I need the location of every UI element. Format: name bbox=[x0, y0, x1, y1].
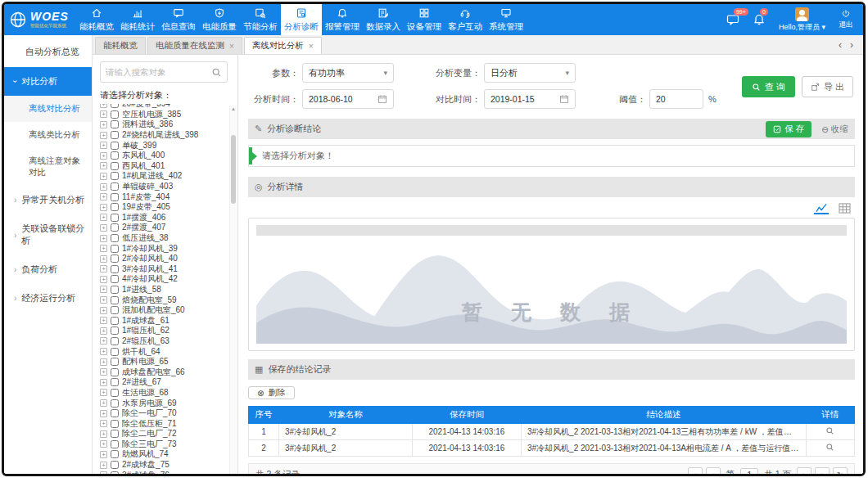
nav-energy-saving-analysis[interactable]: 节能分析 bbox=[240, 4, 281, 35]
sidebar-item-economic-operation-analysis[interactable]: › 经济运行分析 bbox=[4, 284, 92, 313]
expand-icon[interactable]: + bbox=[100, 358, 107, 366]
next-page-button[interactable]: › bbox=[797, 467, 811, 476]
expand-icon[interactable]: + bbox=[100, 317, 107, 324]
save-button[interactable]: 保 存 bbox=[766, 121, 811, 137]
tree-item[interactable]: + 3#冷却风机_41 bbox=[100, 264, 228, 275]
sidebar-item-offline-analogy-analysis[interactable]: 离线类比分析 bbox=[4, 122, 92, 148]
tree-item[interactable]: + 除尘三电厂_73 bbox=[100, 439, 228, 450]
tree-item-checkbox[interactable] bbox=[111, 151, 119, 160]
collapse-button[interactable]: ⊖ 收缩 bbox=[821, 124, 848, 135]
page-input[interactable] bbox=[740, 468, 758, 477]
expand-icon[interactable]: + bbox=[100, 276, 107, 283]
tree-item[interactable]: + 1#冷却风机_39 bbox=[100, 243, 228, 254]
tree-item-checkbox[interactable] bbox=[111, 440, 119, 448]
tree-item-checkbox[interactable] bbox=[111, 286, 119, 294]
scrollbar-thumb[interactable] bbox=[231, 135, 236, 204]
tree-scrollbar[interactable]: ▲ bbox=[229, 106, 237, 475]
tree-item-checkbox[interactable] bbox=[111, 399, 119, 408]
messages-button[interactable]: 99+ bbox=[726, 13, 739, 26]
tree-item-checkbox[interactable] bbox=[111, 337, 119, 345]
notifications-button[interactable]: 0 bbox=[753, 13, 766, 26]
export-button[interactable]: 导 出 bbox=[802, 76, 853, 97]
tree-item[interactable]: + 除尘低压柜_71 bbox=[100, 418, 228, 429]
tree-item[interactable]: + 除尘一电厂_70 bbox=[100, 408, 228, 419]
tree-item-checkbox[interactable] bbox=[111, 409, 119, 417]
tree-item[interactable]: + 2#进线_67 bbox=[100, 377, 228, 388]
expand-icon[interactable]: + bbox=[100, 327, 107, 335]
tree-item[interactable]: + 1#进线_58 bbox=[100, 285, 228, 295]
expand-icon[interactable]: + bbox=[100, 162, 107, 169]
expand-icon[interactable]: + bbox=[100, 307, 107, 314]
search-icon[interactable] bbox=[211, 67, 222, 78]
tree-item[interactable]: + 空压机电源_385 bbox=[100, 110, 228, 120]
expand-icon[interactable]: + bbox=[100, 132, 107, 139]
tree-item[interactable]: + 混加机配电室_60 bbox=[100, 305, 228, 316]
tree-item-checkbox[interactable] bbox=[111, 214, 119, 222]
tree-item-checkbox[interactable] bbox=[111, 131, 119, 139]
nav-energy-statistics[interactable]: 能耗统计 bbox=[117, 4, 158, 35]
compare-date-picker[interactable] bbox=[484, 89, 576, 109]
tree-item-checkbox[interactable] bbox=[111, 327, 119, 335]
sidebar-item-auto-analysis-overview[interactable]: 自动分析总览 bbox=[4, 37, 92, 67]
tree-item[interactable]: + 西风机_401 bbox=[100, 161, 228, 172]
tree-item-checkbox[interactable] bbox=[111, 203, 119, 211]
variable-select[interactable]: 日分析 ▾ bbox=[484, 63, 576, 83]
nav-analysis-diagnosis[interactable]: 分析诊断 bbox=[281, 4, 322, 35]
tree-item[interactable]: + 2#成球盘_75 bbox=[100, 460, 228, 471]
tree-item[interactable]: + 助燃风机_74 bbox=[100, 449, 228, 460]
tree-item[interactable]: + 3#成球盘_76 bbox=[100, 470, 228, 475]
expand-icon[interactable]: + bbox=[100, 193, 107, 200]
expand-icon[interactable]: + bbox=[100, 142, 107, 149]
tree-item-checkbox[interactable] bbox=[111, 142, 119, 150]
threshold-input[interactable] bbox=[649, 89, 703, 109]
expand-icon[interactable]: + bbox=[100, 471, 107, 475]
analysis-date-input[interactable] bbox=[309, 94, 369, 104]
sidebar-item-load-analysis[interactable]: › 负荷分析 bbox=[4, 255, 92, 284]
tree-item-checkbox[interactable] bbox=[111, 317, 119, 325]
expand-icon[interactable]: + bbox=[100, 337, 107, 345]
analysis-date-picker[interactable] bbox=[302, 89, 394, 109]
table-view-icon[interactable] bbox=[837, 201, 852, 214]
tree-item-checkbox[interactable] bbox=[111, 306, 119, 314]
tree-item[interactable]: + 生活电源_68 bbox=[100, 388, 228, 399]
logout-button[interactable]: 退出 bbox=[839, 9, 853, 30]
tab-offline-compare-analysis[interactable]: 离线对比分析× bbox=[244, 37, 322, 54]
expand-icon[interactable]: + bbox=[100, 235, 107, 242]
tree-item-checkbox[interactable] bbox=[111, 245, 119, 253]
tree-item[interactable]: + 1#成球盘_61 bbox=[100, 315, 228, 326]
expand-icon[interactable]: + bbox=[100, 462, 107, 469]
expand-icon[interactable]: + bbox=[100, 152, 107, 160]
tree-item-checkbox[interactable] bbox=[111, 348, 119, 356]
tree-item[interactable]: + 东风机_400 bbox=[100, 151, 228, 161]
expand-icon[interactable]: + bbox=[100, 410, 107, 417]
query-button[interactable]: 查 询 bbox=[742, 76, 795, 97]
tree-item-checkbox[interactable] bbox=[111, 389, 119, 397]
tree-item-checkbox[interactable] bbox=[111, 120, 119, 128]
first-page-button[interactable]: « bbox=[688, 467, 703, 476]
tree-item-checkbox[interactable] bbox=[111, 193, 119, 201]
expand-icon[interactable]: + bbox=[100, 110, 107, 118]
tab-energy-overview[interactable]: 能耗概览 bbox=[95, 37, 146, 54]
expand-icon[interactable]: + bbox=[100, 255, 107, 263]
sidebar-item-compare-analysis[interactable]: › 对比分析 bbox=[4, 67, 92, 96]
tree-item-checkbox[interactable] bbox=[111, 182, 119, 191]
tree-item-checkbox[interactable] bbox=[111, 104, 119, 108]
refresh-icon[interactable]: ↻ bbox=[833, 467, 848, 476]
tree-item[interactable]: + 1#机尾进线_402 bbox=[100, 171, 228, 182]
sidebar-item-linked-device-analysis[interactable]: › 关联设备联锁分析 bbox=[4, 214, 92, 255]
view-detail-icon[interactable] bbox=[825, 426, 834, 435]
tree-item[interactable]: + 混料进线_386 bbox=[100, 119, 228, 130]
tree-item-checkbox[interactable] bbox=[111, 378, 119, 386]
close-icon[interactable]: × bbox=[229, 42, 234, 51]
prev-page-button[interactable]: ‹ bbox=[706, 467, 721, 476]
delete-button[interactable]: ⊗ 删除 bbox=[248, 386, 295, 399]
expand-icon[interactable]: + bbox=[100, 451, 107, 458]
tree-item[interactable]: + 成球盘配电室_66 bbox=[100, 367, 228, 377]
tree-item[interactable]: + 1#辊压机_62 bbox=[100, 326, 228, 336]
compare-date-input[interactable] bbox=[491, 94, 551, 104]
tree-item[interactable]: + 烘干机_64 bbox=[100, 346, 228, 357]
expand-icon[interactable]: + bbox=[100, 204, 107, 211]
tree-item-checkbox[interactable] bbox=[111, 265, 119, 273]
line-chart-view-icon[interactable] bbox=[814, 201, 829, 214]
tree-item-checkbox[interactable] bbox=[111, 461, 119, 469]
